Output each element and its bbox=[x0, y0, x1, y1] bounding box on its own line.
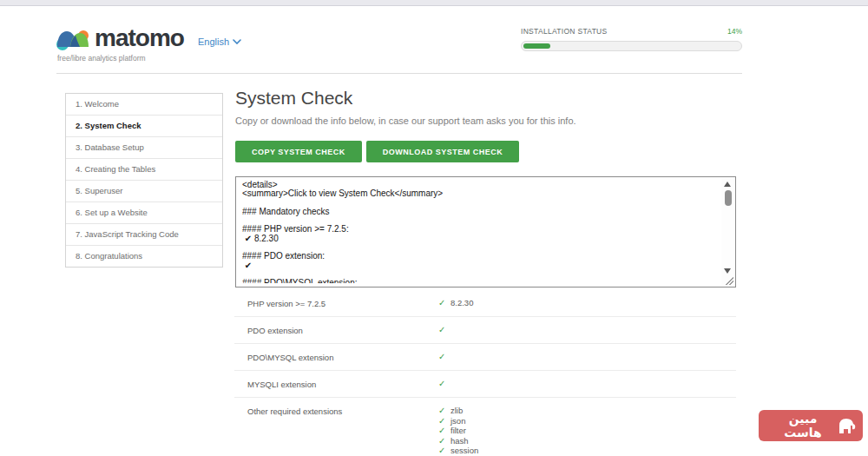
installation-status-label: INSTALLATION STATUS bbox=[521, 27, 608, 36]
check-values: ✓ bbox=[438, 353, 736, 363]
system-check-textarea[interactable]: <details> <summary>Click to view System … bbox=[235, 176, 736, 287]
check-values: ✓ bbox=[438, 326, 736, 336]
check-label: Other required extensions bbox=[247, 406, 438, 416]
check-row: PHP version >= 7.2.5✓8.2.30 bbox=[234, 290, 736, 317]
page-subtitle: Copy or download the info below, in case… bbox=[235, 116, 576, 126]
check-values: ✓zlib✓json✓filter✓hash✓session bbox=[438, 406, 736, 456]
check-value-text: json bbox=[450, 417, 465, 426]
sidebar-step: 8. Congratulations bbox=[66, 246, 222, 267]
check-values: ✓ bbox=[438, 380, 736, 390]
sidebar-step: 7. JavaScript Tracking Code bbox=[66, 224, 222, 246]
check-value-line: ✓filter bbox=[438, 426, 736, 435]
check-ok-icon: ✓ bbox=[438, 326, 450, 334]
sidebar-step: 1. Welcome bbox=[66, 94, 222, 116]
check-label: MYSQLI extension bbox=[247, 380, 438, 389]
sidebar-step: 4. Creating the Tables bbox=[66, 159, 222, 181]
check-value-line: ✓zlib bbox=[438, 406, 736, 415]
check-ok-icon: ✓ bbox=[438, 380, 450, 388]
header-divider bbox=[56, 73, 742, 74]
page-title: System Check bbox=[235, 88, 352, 109]
check-value-line: ✓json bbox=[438, 417, 736, 426]
check-values: ✓8.2.30 bbox=[438, 299, 736, 309]
check-row: Other required extensions✓zlib✓json✓filt… bbox=[234, 398, 736, 456]
check-value-text: 8.2.30 bbox=[450, 299, 473, 307]
check-label: PDO extension bbox=[247, 326, 438, 335]
check-value-line: ✓8.2.30 bbox=[438, 299, 736, 307]
brand-tagline: free/libre analytics platform bbox=[57, 54, 146, 63]
elephant-icon bbox=[837, 414, 858, 437]
check-ok-icon: ✓ bbox=[438, 426, 450, 435]
check-value-text: zlib bbox=[450, 406, 463, 415]
installation-status: INSTALLATION STATUS 14% bbox=[521, 27, 742, 51]
copy-system-check-button[interactable]: COPY SYSTEM CHECK bbox=[235, 141, 362, 162]
installation-progress-percent: 14% bbox=[727, 27, 742, 36]
download-system-check-button[interactable]: DOWNLOAD SYSTEM CHECK bbox=[366, 141, 520, 162]
system-check-text: <details> <summary>Click to view System … bbox=[242, 181, 718, 283]
check-value-text: filter bbox=[450, 426, 466, 435]
language-label: English bbox=[198, 36, 229, 47]
brand-name: matomo bbox=[95, 26, 184, 50]
check-ok-icon: ✓ bbox=[438, 446, 450, 455]
check-ok-icon: ✓ bbox=[438, 417, 450, 426]
check-ok-icon: ✓ bbox=[438, 299, 450, 307]
sidebar-step: 2. System Check bbox=[66, 116, 222, 137]
check-value-line: ✓ bbox=[438, 353, 736, 361]
check-row: PDO extension✓ bbox=[234, 317, 736, 344]
check-value-line: ✓ bbox=[438, 380, 736, 388]
watermark-text: مبین هاست bbox=[769, 412, 837, 439]
matomo-logo-icon bbox=[56, 26, 91, 52]
check-row: PDO\MYSQL extension✓ bbox=[234, 344, 736, 371]
textarea-scrollbar[interactable] bbox=[721, 178, 734, 286]
check-value-line: ✓session bbox=[438, 446, 736, 455]
check-label: PHP version >= 7.2.5 bbox=[247, 299, 438, 308]
progress-fill bbox=[523, 43, 550, 49]
sidebar-step: 6. Set up a Website bbox=[66, 202, 222, 224]
scroll-down-icon[interactable] bbox=[724, 268, 731, 274]
progress-bar bbox=[521, 41, 742, 51]
watermark-badge: مبین هاست bbox=[759, 410, 863, 441]
scrollbar-thumb[interactable] bbox=[725, 190, 732, 206]
window-top-strip bbox=[0, 0, 868, 6]
language-selector[interactable]: English bbox=[198, 36, 241, 47]
check-row: MYSQLI extension✓ bbox=[234, 371, 736, 398]
chevron-down-icon bbox=[233, 39, 241, 44]
check-label: PDO\MYSQL extension bbox=[247, 353, 438, 362]
check-value-text: session bbox=[450, 446, 478, 455]
check-ok-icon: ✓ bbox=[438, 406, 450, 415]
sidebar-step: 3. Database Setup bbox=[66, 137, 222, 159]
check-ok-icon: ✓ bbox=[438, 353, 450, 361]
matomo-logo: matomo bbox=[56, 26, 184, 52]
system-checks-table: PHP version >= 7.2.5✓8.2.30PDO extension… bbox=[234, 290, 736, 456]
textarea-resize-grip[interactable] bbox=[725, 276, 733, 285]
check-value-text: hash bbox=[450, 437, 469, 446]
sidebar-step: 5. Superuser bbox=[66, 181, 222, 202]
check-value-line: ✓ bbox=[438, 326, 736, 334]
check-ok-icon: ✓ bbox=[438, 437, 450, 446]
scroll-up-icon[interactable] bbox=[724, 182, 731, 187]
sidebar-steps: 1. Welcome2. System Check3. Database Set… bbox=[65, 93, 223, 268]
installation-page: matomo free/libre analytics platform Eng… bbox=[0, 0, 868, 456]
check-value-line: ✓hash bbox=[438, 437, 736, 446]
action-buttons: COPY SYSTEM CHECK DOWNLOAD SYSTEM CHECK bbox=[235, 141, 519, 162]
